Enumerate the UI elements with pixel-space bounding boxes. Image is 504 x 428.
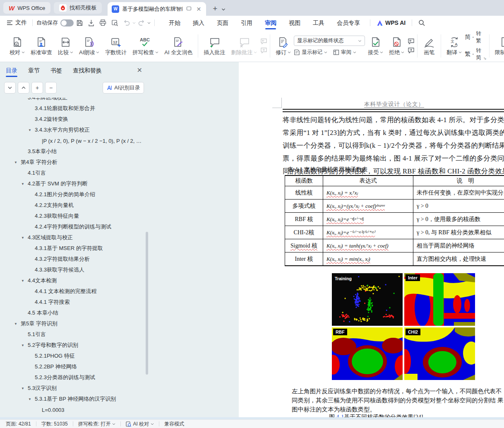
spellcheck-status[interactable]: 拼写检查: 打开 [78, 421, 116, 428]
toc-item[interactable]: ▼5.3汉字识别 [0, 383, 145, 394]
menu-tab-6[interactable]: 视图 [283, 16, 307, 30]
document-page[interactable]: 本科毕业设计（论文） 将非线性问题转化为线性问题，常用的核函数如表 4-1 所示… [239, 62, 504, 417]
page-indicator[interactable]: 页面: 42/81 [6, 421, 31, 428]
nav-tab-2[interactable]: 章节 [28, 62, 40, 79]
toc-item[interactable]: 5.2.1PHOG 特征 [0, 351, 145, 361]
nav-tab-4[interactable]: 查找和替换 [73, 62, 102, 79]
toc-item[interactable]: ▼3.4.3水平方向剪切校正 [0, 125, 145, 135]
autosave-toggle[interactable] [60, 19, 74, 26]
close-pane-icon[interactable]: ✕ [137, 66, 142, 74]
toc-item[interactable]: 3.4.2旋转变换 [0, 114, 145, 125]
proofread-button[interactable]: 校对 [7, 35, 28, 57]
toc-item[interactable]: ▼5.2字母和数字的识别 [0, 340, 145, 351]
collapse-arrow-icon[interactable]: ▼ [21, 182, 28, 186]
toc-item[interactable]: 4.2.1图片分类的简单介绍 [0, 189, 145, 200]
toc-item[interactable]: L=0.0003 [0, 404, 145, 415]
simplified-to-traditional-button[interactable]: 简 转繁 [465, 30, 482, 44]
compare-button[interactable]: 比较 [55, 35, 76, 57]
tab-list-caret-icon[interactable] [221, 5, 226, 12]
ai-proofread-status[interactable]: AI 校对 [126, 421, 154, 428]
collapse-all-button[interactable] [18, 82, 29, 94]
save-button[interactable] [74, 18, 86, 28]
track-changes-button[interactable]: 修订 [273, 35, 294, 57]
collapse-arrow-icon[interactable]: ▼ [14, 161, 21, 164]
zoom-out-level-button[interactable]: − [45, 82, 57, 94]
file-menu[interactable]: 文件 [5, 19, 29, 26]
nav-scrollbar-thumb[interactable] [146, 232, 148, 375]
accept-revision-button[interactable]: 接受 [365, 35, 386, 57]
tab-wps-office[interactable]: W WPS Office [3, 2, 50, 14]
toc-item[interactable]: 4.3.3获取字符候选人 [0, 264, 145, 275]
word-count-button[interactable]: 12 字数统计 [102, 35, 130, 57]
ai-read-aloud-button[interactable]: AI朗读 [76, 35, 102, 57]
dialog-launcher-icon[interactable]: ⇘ [483, 56, 487, 60]
review-pane-button[interactable]: 审阅 [333, 49, 356, 56]
collapse-arrow-icon[interactable]: ▼ [21, 279, 28, 283]
toc-item[interactable]: 5.2.2BP 神经网络 [0, 361, 145, 372]
toc-item[interactable]: |P (x / 2, 0), P (w − x / 2 −1, 0), P (x… [0, 135, 145, 146]
collapse-arrow-icon[interactable]: ▼ [21, 344, 28, 347]
undo-caret-icon[interactable] [132, 22, 136, 24]
nav-tab-3[interactable]: 书签 [50, 62, 62, 79]
translate-button[interactable]: 文 A 翻译 [444, 35, 465, 57]
word-count-indicator[interactable]: 字数: 51035 [41, 421, 68, 428]
spell-check-button[interactable]: ABC 拼写检查 [130, 35, 161, 57]
search-icon[interactable] [416, 18, 427, 27]
toc-item[interactable]: 5.2.3分类器的训练与测试 [0, 372, 145, 383]
toc-item[interactable]: 4.4.1 字符搜索 [0, 297, 145, 308]
toc-item[interactable]: ▼4.4文本检测 [0, 275, 145, 286]
wps-ai-button[interactable]: WPS AI [374, 19, 408, 26]
compat-mode-indicator[interactable]: 兼容模式 [164, 421, 184, 428]
toc-item[interactable]: ▼4.3区域提取与校正 [0, 232, 145, 243]
previous-revision-icon[interactable] [407, 38, 415, 44]
toc-item[interactable]: 4.5 本章小结 [0, 308, 145, 318]
toc-item[interactable]: 4.1引言 [0, 168, 145, 178]
ai-recognize-toc-button[interactable]: AI识别目录 [103, 82, 144, 94]
ai-polish-button[interactable]: AI 全文润色 [161, 35, 195, 57]
menu-tab-4[interactable]: 引用 [235, 16, 259, 30]
toc-item[interactable]: 4.2.2支持向量机 [0, 200, 145, 211]
toc-item[interactable]: 4.2.3获取特征向量 [0, 211, 145, 221]
menu-tab-5[interactable]: 审阅 [259, 16, 283, 30]
collapse-arrow-icon[interactable]: ▼ [28, 128, 35, 132]
collapse-arrow-icon[interactable]: ▼ [14, 322, 21, 326]
restrict-editing-button[interactable]: 限制编辑 [492, 35, 504, 57]
figure-ref-link[interactable]: 4-1 [336, 414, 344, 417]
menu-tab-1[interactable]: 开始 [163, 16, 187, 30]
toc-item[interactable]: ▼第4章 字符分析 [0, 157, 145, 168]
toc-item[interactable]: 3.4.1轮廓提取和矩形合并 [0, 103, 145, 114]
insert-comment-button[interactable]: 插入批注 [201, 35, 228, 57]
export-pdf-button[interactable] [86, 18, 97, 28]
tab-docer-templates[interactable]: 找稻壳模板 [54, 2, 102, 14]
nav-tab-1[interactable]: 目录 [6, 62, 17, 79]
reject-revision-button[interactable]: 拒绝 [386, 35, 407, 57]
menu-tab-8[interactable]: 会员专享 [331, 16, 366, 30]
toc-item[interactable]: ▼4.2基于 SVM 的字符判断 [0, 178, 145, 189]
toc-item[interactable]: ▼5.3.1基于 BP 神经网络的汉字识别 [0, 394, 145, 404]
show-markup-button[interactable]: 显示标记 [294, 49, 327, 56]
toc-item[interactable]: 3.5本章小结 [0, 146, 145, 157]
collapse-arrow-icon[interactable]: ▼ [21, 387, 28, 390]
history-caret-icon[interactable] [147, 22, 151, 24]
toc-item[interactable]: 4.3.1基于 MSER 的字符提取 [0, 243, 145, 254]
toc-item[interactable]: 3.4车牌区域校正 [0, 98, 145, 103]
print-preview-button[interactable] [109, 18, 121, 27]
separate-window-icon[interactable] [185, 5, 192, 13]
toc-item[interactable]: 4.2.4字符判断模型的训练与测试 [0, 221, 145, 232]
menu-tab-3[interactable]: 页面 [211, 16, 235, 30]
ink-pen-button[interactable]: 画笔 [420, 35, 438, 57]
markup-state-select[interactable]: 显示标记的最终状态 [294, 36, 365, 46]
toc-item[interactable]: 5.1引言 [0, 329, 145, 340]
close-tab-icon[interactable]: ✕ [195, 5, 202, 13]
print-button[interactable] [97, 18, 109, 27]
menu-tab-2[interactable]: 插入 [187, 16, 211, 30]
toc-item[interactable]: ▼第5章 字符识别 [0, 318, 145, 329]
expand-all-button[interactable] [4, 82, 16, 94]
next-revision-icon[interactable] [407, 47, 415, 53]
zoom-in-level-button[interactable]: + [31, 82, 43, 94]
tab-document-active[interactable]: W 基于多模型融合的车牌智能识 ✕ [108, 2, 206, 16]
collapse-arrow-icon[interactable]: ▼ [21, 236, 28, 240]
toc-item[interactable]: 4.4.1 文本检测的完整流程 [0, 286, 145, 297]
collapse-arrow-icon[interactable]: ▼ [28, 397, 35, 401]
standard-review-button[interactable]: 标准审查 [28, 35, 55, 57]
